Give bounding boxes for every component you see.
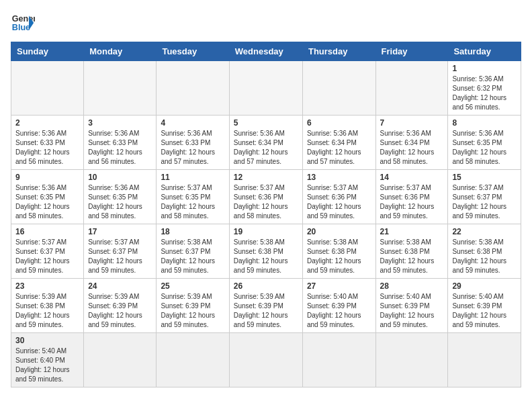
day-number: 11 — [161, 173, 224, 182]
day-info: Sunrise: 5:36 AMSunset: 6:35 PMDaylight:… — [88, 183, 152, 221]
day-cell: 21Sunrise: 5:38 AMSunset: 6:38 PMDayligh… — [375, 224, 448, 279]
day-cell: 28Sunrise: 5:40 AMSunset: 6:39 PMDayligh… — [375, 279, 448, 333]
day-info: Sunrise: 5:40 AMSunset: 6:39 PMDaylight:… — [380, 292, 444, 330]
day-cell — [157, 333, 229, 387]
day-cell: 24Sunrise: 5:39 AMSunset: 6:39 PMDayligh… — [84, 279, 157, 333]
header-friday: Friday — [375, 42, 448, 61]
svg-text:Blue: Blue — [12, 23, 30, 32]
day-number: 29 — [452, 281, 517, 291]
day-cell: 18Sunrise: 5:38 AMSunset: 6:37 PMDayligh… — [157, 224, 229, 279]
day-info: Sunrise: 5:36 AMSunset: 6:33 PMDaylight:… — [161, 129, 224, 167]
day-number: 6 — [307, 118, 371, 128]
day-info: Sunrise: 5:36 AMSunset: 6:34 PMDaylight:… — [234, 129, 298, 167]
day-info: Sunrise: 5:37 AMSunset: 6:37 PMDaylight:… — [452, 183, 517, 221]
day-info: Sunrise: 5:40 AMSunset: 6:39 PMDaylight:… — [307, 292, 371, 330]
day-cell: 11Sunrise: 5:37 AMSunset: 6:35 PMDayligh… — [157, 170, 229, 224]
day-number: 17 — [88, 227, 152, 236]
day-cell: 9Sunrise: 5:36 AMSunset: 6:35 PMDaylight… — [11, 170, 84, 224]
day-number: 20 — [307, 227, 371, 236]
day-cell: 15Sunrise: 5:37 AMSunset: 6:37 PMDayligh… — [448, 170, 521, 224]
day-info: Sunrise: 5:36 AMSunset: 6:35 PMDaylight:… — [452, 129, 517, 167]
day-number: 12 — [234, 173, 298, 182]
day-cell — [229, 61, 302, 116]
day-cell — [11, 61, 84, 116]
day-cell — [229, 333, 302, 387]
day-cell — [157, 61, 229, 116]
day-info: Sunrise: 5:36 AMSunset: 6:34 PMDaylight:… — [380, 129, 444, 167]
day-number: 25 — [161, 281, 224, 291]
day-cell: 25Sunrise: 5:39 AMSunset: 6:39 PMDayligh… — [157, 279, 229, 333]
day-info: Sunrise: 5:40 AMSunset: 6:40 PMDaylight:… — [15, 347, 79, 384]
day-info: Sunrise: 5:37 AMSunset: 6:37 PMDaylight:… — [15, 238, 79, 275]
header-saturday: Saturday — [448, 42, 521, 61]
day-number: 10 — [88, 173, 152, 182]
day-cell: 27Sunrise: 5:40 AMSunset: 6:39 PMDayligh… — [302, 279, 375, 333]
day-info: Sunrise: 5:37 AMSunset: 6:35 PMDaylight:… — [161, 183, 224, 221]
day-cell: 10Sunrise: 5:36 AMSunset: 6:35 PMDayligh… — [84, 170, 157, 224]
day-number: 22 — [452, 227, 517, 236]
day-number: 14 — [380, 173, 444, 182]
day-cell: 8Sunrise: 5:36 AMSunset: 6:35 PMDaylight… — [448, 116, 521, 170]
day-number: 19 — [234, 227, 298, 236]
day-cell: 6Sunrise: 5:36 AMSunset: 6:34 PMDaylight… — [302, 116, 375, 170]
day-info: Sunrise: 5:36 AMSunset: 6:33 PMDaylight:… — [88, 129, 152, 167]
day-cell: 1Sunrise: 5:36 AMSunset: 6:32 PMDaylight… — [448, 61, 521, 116]
week-row-1: 1Sunrise: 5:36 AMSunset: 6:32 PMDaylight… — [11, 61, 521, 116]
day-number: 24 — [88, 281, 152, 291]
logo-icon: General Blue — [11, 11, 35, 35]
week-row-4: 16Sunrise: 5:37 AMSunset: 6:37 PMDayligh… — [11, 224, 521, 279]
day-cell: 14Sunrise: 5:37 AMSunset: 6:36 PMDayligh… — [375, 170, 448, 224]
day-info: Sunrise: 5:37 AMSunset: 6:36 PMDaylight:… — [380, 183, 444, 221]
day-cell: 7Sunrise: 5:36 AMSunset: 6:34 PMDaylight… — [375, 116, 448, 170]
day-cell — [375, 333, 448, 387]
day-info: Sunrise: 5:38 AMSunset: 6:38 PMDaylight:… — [380, 238, 444, 275]
day-number: 3 — [88, 118, 152, 128]
day-number: 5 — [234, 118, 298, 128]
day-cell — [302, 333, 375, 387]
day-number: 23 — [15, 281, 79, 291]
day-cell: 13Sunrise: 5:37 AMSunset: 6:36 PMDayligh… — [302, 170, 375, 224]
day-number: 28 — [380, 281, 444, 291]
day-cell: 19Sunrise: 5:38 AMSunset: 6:38 PMDayligh… — [229, 224, 302, 279]
header: General Blue — [11, 11, 521, 35]
header-sunday: Sunday — [11, 42, 84, 61]
day-number: 4 — [161, 118, 224, 128]
week-row-3: 9Sunrise: 5:36 AMSunset: 6:35 PMDaylight… — [11, 170, 521, 224]
day-number: 15 — [452, 173, 517, 182]
calendar-header-row: SundayMondayTuesdayWednesdayThursdayFrid… — [11, 42, 521, 61]
day-number: 27 — [307, 281, 371, 291]
day-number: 13 — [307, 173, 371, 182]
day-info: Sunrise: 5:38 AMSunset: 6:37 PMDaylight:… — [161, 238, 224, 275]
day-info: Sunrise: 5:39 AMSunset: 6:39 PMDaylight:… — [161, 292, 224, 330]
day-number: 8 — [452, 118, 517, 128]
day-number: 21 — [380, 227, 444, 236]
day-cell: 17Sunrise: 5:37 AMSunset: 6:37 PMDayligh… — [84, 224, 157, 279]
day-info: Sunrise: 5:39 AMSunset: 6:39 PMDaylight:… — [234, 292, 298, 330]
week-row-5: 23Sunrise: 5:39 AMSunset: 6:38 PMDayligh… — [11, 279, 521, 333]
day-cell: 20Sunrise: 5:38 AMSunset: 6:38 PMDayligh… — [302, 224, 375, 279]
day-cell: 29Sunrise: 5:40 AMSunset: 6:39 PMDayligh… — [448, 279, 521, 333]
day-info: Sunrise: 5:39 AMSunset: 6:38 PMDaylight:… — [15, 292, 79, 330]
day-cell: 30Sunrise: 5:40 AMSunset: 6:40 PMDayligh… — [11, 333, 84, 387]
day-info: Sunrise: 5:37 AMSunset: 6:37 PMDaylight:… — [88, 238, 152, 275]
week-row-6: 30Sunrise: 5:40 AMSunset: 6:40 PMDayligh… — [11, 333, 521, 387]
day-cell — [302, 61, 375, 116]
day-number: 26 — [234, 281, 298, 291]
calendar-table: SundayMondayTuesdayWednesdayThursdayFrid… — [11, 42, 521, 387]
day-cell — [84, 61, 157, 116]
day-info: Sunrise: 5:38 AMSunset: 6:38 PMDaylight:… — [452, 238, 517, 275]
day-cell: 4Sunrise: 5:36 AMSunset: 6:33 PMDaylight… — [157, 116, 229, 170]
day-info: Sunrise: 5:36 AMSunset: 6:32 PMDaylight:… — [452, 75, 517, 112]
day-number: 30 — [15, 336, 79, 345]
day-number: 2 — [15, 118, 79, 128]
day-info: Sunrise: 5:40 AMSunset: 6:39 PMDaylight:… — [452, 292, 517, 330]
logo: General Blue — [11, 11, 35, 35]
day-info: Sunrise: 5:36 AMSunset: 6:33 PMDaylight:… — [15, 129, 79, 167]
day-info: Sunrise: 5:38 AMSunset: 6:38 PMDaylight:… — [307, 238, 371, 275]
week-row-2: 2Sunrise: 5:36 AMSunset: 6:33 PMDaylight… — [11, 116, 521, 170]
day-info: Sunrise: 5:36 AMSunset: 6:34 PMDaylight:… — [307, 129, 371, 167]
day-info: Sunrise: 5:37 AMSunset: 6:36 PMDaylight:… — [307, 183, 371, 221]
header-monday: Monday — [84, 42, 157, 61]
day-cell: 2Sunrise: 5:36 AMSunset: 6:33 PMDaylight… — [11, 116, 84, 170]
header-thursday: Thursday — [302, 42, 375, 61]
